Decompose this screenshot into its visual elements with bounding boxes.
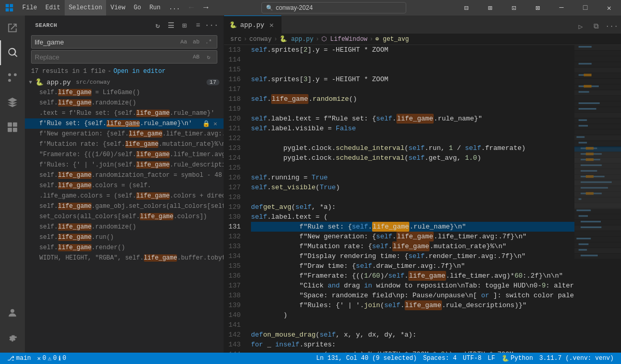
statusbar-language[interactable]: 🐍 Python: [498, 353, 536, 364]
menu-file[interactable]: File: [18, 0, 41, 16]
back-button[interactable]: ←: [184, 0, 199, 16]
menu-run[interactable]: Run: [145, 0, 165, 16]
breadcrumb-class[interactable]: ⬡ LifeWindow: [321, 35, 367, 43]
whole-word-button[interactable]: ab: [191, 37, 201, 47]
result-item[interactable]: self.life_game.game_obj.set_colors(all_c…: [25, 201, 224, 211]
activity-accounts[interactable]: [0, 300, 25, 325]
result-item[interactable]: f'Rule set: {self.life_game.rule_name}\n…: [25, 118, 224, 129]
forward-button[interactable]: →: [199, 0, 213, 16]
code-area[interactable]: self.sprites[2].y = -HEIGHT * ZOOM self.…: [249, 45, 574, 353]
replace-input[interactable]: [35, 53, 189, 61]
code-line[interactable]: [251, 65, 574, 74]
statusbar-python-version[interactable]: 3.11.7 (.venv: venv): [536, 353, 617, 364]
code-line[interactable]: f"Display rendering time: {self.render_t…: [251, 251, 574, 261]
result-item[interactable]: .text = f'Rule set: {self.life_game.rule…: [25, 108, 224, 118]
activity-extensions[interactable]: [0, 115, 25, 140]
code-line[interactable]: for _ in self.sprites:: [251, 340, 574, 350]
menu-go[interactable]: Go: [129, 0, 145, 16]
code-line[interactable]: f"New generation: {self.life_game.life_t…: [251, 232, 574, 241]
breadcrumb-func[interactable]: ⊕ get_avg: [375, 35, 409, 43]
menu-view[interactable]: View: [106, 0, 129, 16]
menu-selection[interactable]: Selection: [65, 0, 107, 16]
code-line[interactable]: [251, 104, 574, 114]
code-line[interactable]: [251, 192, 574, 202]
result-item[interactable]: f'Rules: {' | '.join(self.life_game.rule…: [25, 160, 224, 170]
code-line[interactable]: [251, 163, 574, 173]
layout-icon-3[interactable]: ⊡: [502, 0, 526, 16]
breadcrumb-conway[interactable]: conway: [249, 36, 272, 43]
result-item[interactable]: self.life_game.randomize(): [25, 98, 224, 108]
use-regex-button[interactable]: .*: [203, 37, 214, 47]
result-item[interactable]: self.life_game.run(): [25, 232, 224, 242]
code-line[interactable]: f"Framerate: {((1/60)/self.life_game.lif…: [251, 271, 574, 281]
dismiss-icon[interactable]: ✕: [211, 119, 219, 128]
minimize-button[interactable]: ─: [550, 0, 573, 16]
code-line[interactable]: [251, 320, 574, 330]
code-line[interactable]: f"Rules: {' | '.join(self.life_game.rule…: [251, 300, 574, 310]
code-line[interactable]: pyglet.clock.schedule_interval(self.get_…: [251, 153, 574, 163]
code-line[interactable]: f"Draw time: {self.draw_timer.avg:.7f}\n…: [251, 261, 574, 271]
activity-search[interactable]: [0, 40, 25, 65]
code-line[interactable]: ): [251, 310, 574, 320]
code-line[interactable]: "Space: randomize field\np: Pause/unpaus…: [251, 291, 574, 300]
title-search-input[interactable]: [276, 4, 402, 11]
layout-icon-2[interactable]: ⊞: [478, 0, 502, 16]
statusbar-errors[interactable]: ✕ 0 ⚠ 0 ℹ 0: [34, 353, 69, 364]
tab-close-button[interactable]: ✕: [268, 21, 276, 29]
code-line[interactable]: pyglet.clock.schedule_interval(self.run,…: [251, 143, 574, 153]
activity-run-debug[interactable]: [0, 90, 25, 115]
search-input[interactable]: [35, 38, 176, 46]
code-line[interactable]: self.label.text = f"Rule set: {self.life…: [251, 114, 574, 124]
clear-results-icon[interactable]: ☰: [166, 20, 177, 31]
result-item[interactable]: set_colors(all_colors[self.life_game.col…: [25, 211, 224, 222]
collapse-all-icon[interactable]: ≡: [193, 20, 204, 31]
statusbar-position[interactable]: Ln 131, Col 40 (9 selected): [313, 353, 420, 364]
layout-icon-4[interactable]: ⊠: [526, 0, 550, 16]
result-item[interactable]: f'Mutation rate: {self.life_game.mutatio…: [25, 139, 224, 149]
menu-edit[interactable]: Edit: [41, 0, 65, 16]
maximize-button[interactable]: □: [573, 0, 597, 16]
code-line[interactable]: self.sprites[3].y = -HEIGHT * ZOOM: [251, 74, 574, 84]
result-item[interactable]: self.life_game.randomization_factor = sy…: [25, 170, 224, 180]
activity-explorer[interactable]: [0, 16, 25, 40]
breadcrumb-src[interactable]: src: [230, 36, 242, 43]
activity-settings[interactable]: [0, 325, 25, 350]
refresh-icon[interactable]: ↻: [152, 20, 164, 31]
split-editor-button[interactable]: ⧉: [589, 19, 603, 34]
code-line[interactable]: self.set_visible(True): [251, 183, 574, 192]
code-line[interactable]: [251, 84, 574, 94]
run-button[interactable]: ▷: [573, 19, 588, 34]
more-icon[interactable]: ···: [206, 20, 217, 31]
code-line[interactable]: [251, 133, 574, 143]
statusbar-branch[interactable]: ⎇ main: [4, 353, 34, 364]
lock-icon[interactable]: 🔒: [202, 119, 210, 128]
code-line[interactable]: self.label.visible = False: [251, 124, 574, 133]
open-new-editor-icon[interactable]: ⊞: [179, 20, 190, 31]
code-line[interactable]: def on_mouse_drag(self, x, y, dx, dy, *a…: [251, 330, 574, 340]
result-item[interactable]: WIDTH, HEIGHT, "RGBA", self.life_game.bu…: [25, 253, 224, 263]
code-line[interactable]: self.label.text = (: [251, 212, 574, 222]
code-line[interactable]: self.running = True: [251, 173, 574, 183]
code-line[interactable]: def get_avg(self, *a):: [251, 202, 574, 212]
activity-source-control[interactable]: [0, 65, 25, 90]
statusbar-encoding[interactable]: UTF-8: [460, 353, 484, 364]
code-line[interactable]: self.life_game.randomize(): [251, 94, 574, 104]
result-item[interactable]: self.life_game.randomize(): [25, 222, 224, 232]
code-line[interactable]: f"Rule set: {self.life_game.rule_name}\n…: [251, 222, 574, 232]
code-line[interactable]: [251, 55, 574, 65]
code-line[interactable]: f"Mutation rate: {self.life_game.mutatio…: [251, 241, 574, 251]
result-item[interactable]: self.life_game.render(): [25, 242, 224, 253]
code-line[interactable]: self.sprites[2].y = -HEIGHT * ZOOM: [251, 45, 574, 55]
result-file-header[interactable]: ▼ 🐍 app.py src/conway 17: [25, 77, 224, 87]
code-line[interactable]: "Click and drag in window to reposition\…: [251, 281, 574, 291]
open-in-editor-link[interactable]: Open in editor: [113, 68, 166, 75]
result-item[interactable]: self.life_game.colors = (self.: [25, 180, 224, 191]
search-input-container[interactable]: 🔍: [261, 2, 406, 13]
result-item[interactable]: f'New generation: {self.life_game.life_t…: [25, 129, 224, 139]
more-actions-button[interactable]: ···: [604, 19, 619, 34]
replace-refresh-icon[interactable]: ↻: [203, 52, 214, 62]
result-item[interactable]: self.life_game = LifeGame(): [25, 87, 224, 98]
result-item[interactable]: .life_game.colors = (self.life_game.colo…: [25, 191, 224, 201]
tab-app-py[interactable]: 🐍 app.py ✕: [224, 16, 282, 34]
result-item[interactable]: "Framerate: {((1/60)/self.life_game.life…: [25, 149, 224, 160]
